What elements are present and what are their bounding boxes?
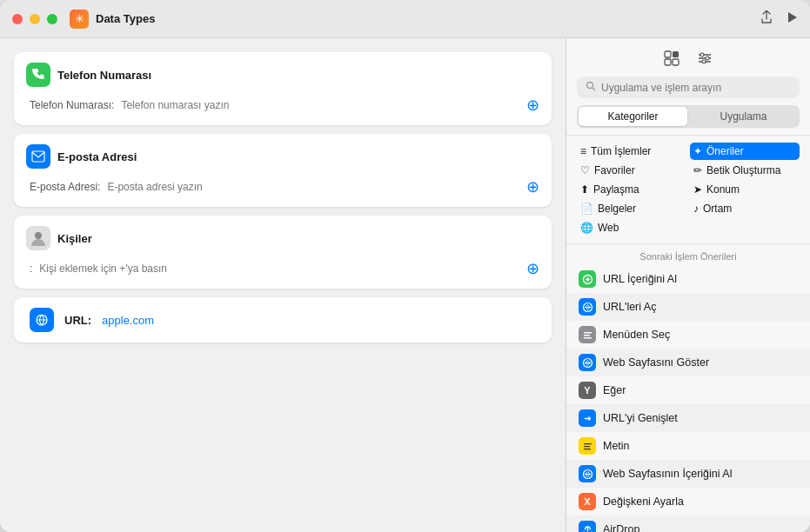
email-label: E-posta Adresi: bbox=[30, 181, 100, 193]
svg-line-14 bbox=[592, 88, 595, 90]
cat-script-label: Betik Oluşturma bbox=[706, 164, 780, 176]
run-button[interactable] bbox=[786, 11, 798, 27]
suggestions-section: Sonraki İşlem Önerileri URL İçeriğini Al bbox=[566, 244, 810, 532]
cat-script[interactable]: ✏ Betik Oluşturma bbox=[690, 162, 800, 179]
phone-card-header: Telefon Numarası bbox=[26, 63, 539, 87]
cat-favorites[interactable]: ♡ Favoriler bbox=[577, 162, 686, 179]
suggestion-show-webpage[interactable]: Web Sayfasını Göster bbox=[566, 349, 810, 376]
sug-if-label: Eğer bbox=[603, 384, 626, 396]
cat-location-label: Konum bbox=[706, 183, 740, 196]
sug-webpage-content-label: Web Sayfasının İçeriğini Al bbox=[603, 468, 732, 480]
contacts-input[interactable] bbox=[39, 263, 519, 275]
sug-airdrop-icon bbox=[579, 521, 596, 532]
suggestions-header: Sonraki İşlem Önerileri bbox=[566, 244, 810, 265]
sug-text-label: Metin bbox=[603, 440, 630, 452]
sug-open-urls-icon bbox=[579, 298, 596, 316]
panel-icon-1[interactable] bbox=[664, 50, 679, 70]
email-input[interactable] bbox=[107, 181, 519, 193]
email-card-header: E-posta Adresi bbox=[26, 144, 539, 169]
sug-if-icon: Y bbox=[579, 382, 596, 399]
svg-rect-17 bbox=[584, 332, 592, 334]
suggestion-if[interactable]: Y Eğer bbox=[566, 376, 810, 404]
cat-suggestions-icon: ✦ bbox=[693, 145, 702, 157]
svg-rect-5 bbox=[665, 59, 671, 65]
seg-uygulama[interactable]: Uygulama bbox=[689, 107, 798, 126]
suggestion-text[interactable]: Metin bbox=[566, 432, 810, 460]
phone-card: Telefon Numarası Telefon Numarası: ⊕ bbox=[14, 52, 552, 125]
email-card: E-posta Adresi E-posta Adresi: ⊕ bbox=[14, 134, 552, 207]
email-field: E-posta Adresi: ⊕ bbox=[26, 177, 539, 196]
cat-documents-icon: 📄 bbox=[580, 203, 593, 215]
contacts-card-header: Kişiler bbox=[26, 226, 539, 250]
titlebar: ✳ Data Types bbox=[0, 0, 810, 38]
right-panel-top: Kategoriler Uygulama bbox=[566, 38, 810, 136]
cat-share[interactable]: ⬆ Paylaşma bbox=[577, 181, 686, 198]
search-input[interactable] bbox=[601, 82, 791, 94]
suggestion-open-urls[interactable]: URL'leri Aç bbox=[566, 293, 810, 321]
sug-set-variable-label: Değişkeni Ayarla bbox=[603, 495, 684, 508]
cat-suggestions[interactable]: ✦ Öneriler bbox=[690, 143, 800, 160]
maximize-button[interactable] bbox=[47, 14, 57, 24]
cat-media-label: Ortam bbox=[703, 203, 732, 215]
suggestion-airdrop[interactable]: AirDrop bbox=[566, 515, 810, 532]
sug-airdrop-label: AirDrop bbox=[603, 523, 639, 532]
contacts-add-button[interactable]: ⊕ bbox=[526, 259, 539, 278]
suggestion-select-menu[interactable]: Menüden Seç bbox=[566, 321, 810, 349]
svg-rect-3 bbox=[665, 51, 671, 57]
url-value: apple.com bbox=[102, 314, 154, 327]
email-add-button[interactable]: ⊕ bbox=[526, 177, 539, 196]
window-title: Data Types bbox=[96, 12, 155, 25]
sug-expand-url-icon bbox=[579, 409, 596, 427]
titlebar-actions bbox=[760, 10, 798, 28]
cat-script-icon: ✏ bbox=[693, 164, 702, 176]
svg-rect-18 bbox=[584, 335, 590, 336]
sug-url-content-label: URL İçeriğini Al bbox=[603, 273, 677, 285]
svg-rect-22 bbox=[584, 446, 590, 447]
contacts-card: Kişiler : ⊕ bbox=[14, 216, 552, 289]
share-button[interactable] bbox=[760, 10, 773, 28]
cat-documents[interactable]: 📄 Belgeler bbox=[577, 200, 686, 217]
panel-icon-2[interactable] bbox=[697, 50, 713, 70]
phone-title: Telefon Numarası bbox=[57, 69, 151, 82]
left-panel: Telefon Numarası Telefon Numarası: ⊕ bbox=[0, 38, 566, 532]
minimize-button[interactable] bbox=[30, 14, 40, 24]
cat-all-operations[interactable]: ≡ Tüm İşlemler bbox=[577, 143, 686, 160]
svg-rect-19 bbox=[584, 337, 592, 339]
cat-share-label: Paylaşma bbox=[593, 183, 639, 196]
contacts-icon bbox=[26, 226, 50, 250]
url-card: URL: apple.com bbox=[14, 297, 552, 342]
svg-rect-6 bbox=[673, 59, 679, 65]
cat-location[interactable]: ➤ Konum bbox=[690, 181, 800, 198]
svg-point-2 bbox=[35, 232, 42, 239]
cat-media[interactable]: ♪ Ortam bbox=[690, 200, 800, 217]
sug-text-icon bbox=[579, 437, 596, 455]
close-button[interactable] bbox=[12, 14, 23, 24]
svg-point-10 bbox=[700, 53, 704, 57]
suggestion-webpage-content[interactable]: Web Sayfasının İçeriğini Al bbox=[566, 460, 810, 488]
sug-open-urls-label: URL'leri Aç bbox=[603, 301, 656, 313]
phone-input[interactable] bbox=[121, 99, 519, 111]
svg-point-13 bbox=[587, 83, 593, 89]
seg-kategoriler[interactable]: Kategoriler bbox=[579, 107, 687, 126]
suggestion-url-content[interactable]: URL İçeriğini Al bbox=[566, 265, 810, 293]
sug-select-menu-icon bbox=[579, 326, 596, 343]
search-icon bbox=[586, 81, 596, 94]
cat-web-label: Web bbox=[598, 222, 619, 234]
suggestion-set-variable[interactable]: X Değişkeni Ayarla bbox=[566, 488, 810, 515]
phone-label: Telefon Numarası: bbox=[30, 99, 114, 111]
email-icon bbox=[26, 144, 50, 169]
phone-add-button[interactable]: ⊕ bbox=[526, 96, 539, 115]
svg-rect-23 bbox=[584, 449, 591, 449]
svg-rect-4 bbox=[673, 51, 679, 57]
svg-rect-21 bbox=[584, 443, 592, 444]
cat-location-icon: ➤ bbox=[693, 183, 702, 196]
sug-webpage-content-icon bbox=[579, 465, 596, 482]
url-icon bbox=[30, 308, 54, 332]
cat-web[interactable]: 🌐 Web bbox=[577, 219, 686, 236]
cat-favorites-icon: ♡ bbox=[580, 164, 590, 176]
right-panel-icons bbox=[577, 45, 800, 76]
app-icon: ✳ bbox=[70, 10, 89, 29]
sug-set-variable-icon: X bbox=[579, 493, 596, 510]
suggestion-expand-url[interactable]: URL'yi Genişlet bbox=[566, 404, 810, 432]
svg-point-12 bbox=[702, 60, 706, 63]
